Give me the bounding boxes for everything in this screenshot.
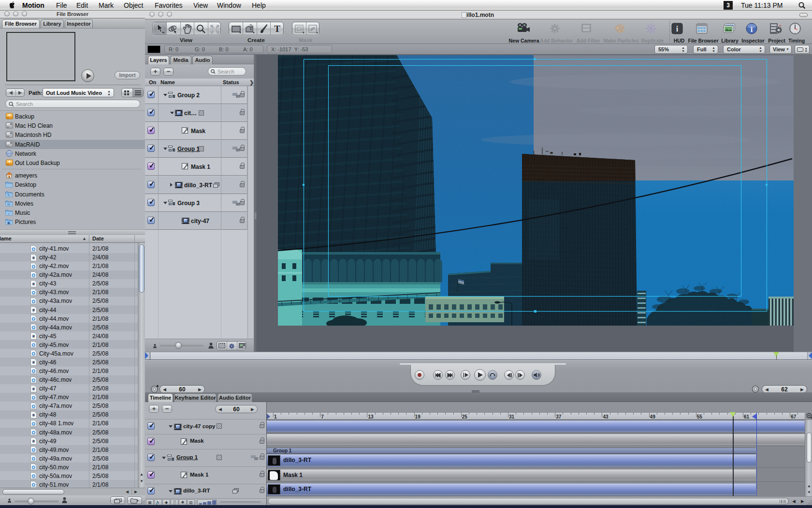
svg-text:i: i — [751, 26, 753, 33]
svg-text:▣: ▣ — [7, 221, 11, 224]
svg-text:H: H — [7, 203, 10, 206]
svg-text:♪: ♪ — [8, 212, 10, 215]
svg-text:i: i — [676, 25, 679, 33]
svg-text:T: T — [274, 24, 280, 34]
svg-text:✎: ✎ — [7, 194, 10, 197]
